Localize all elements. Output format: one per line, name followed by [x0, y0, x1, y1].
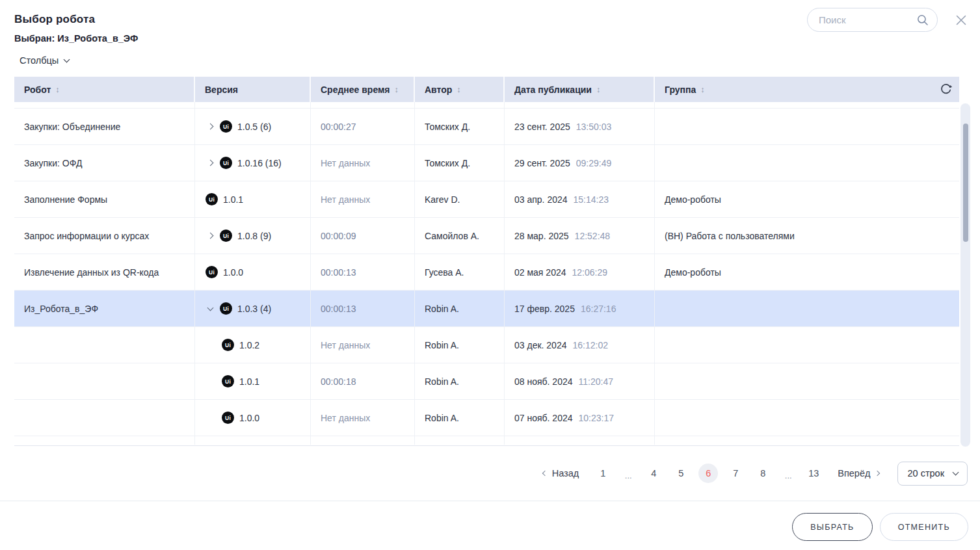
robot-version-icon: Ui — [222, 375, 234, 387]
page-button-4[interactable]: 4 — [644, 464, 663, 483]
avg-time-cell: 00:00:27 — [311, 109, 415, 144]
expand-chevron-icon[interactable] — [205, 124, 215, 129]
group-cell — [655, 291, 959, 326]
table-row[interactable]: Ui 1.0.1 00:00:18 Robin A. 08 нояб. 2024… — [14, 363, 959, 400]
avg-time-value: Нет данных — [321, 413, 370, 423]
page-button-1[interactable]: 1 — [593, 464, 613, 483]
publish-time-value: 09:29:49 — [576, 158, 612, 168]
table-row[interactable]: Из_Робота_в_ЭФ Ui 1.0.3 (4) 00:00:13 Rob… — [14, 291, 959, 327]
group-cell — [655, 145, 959, 181]
pagination: Назад 1...45678...13 Вперёд 20 строк — [543, 462, 968, 485]
avg-time-cell: 00:00:09 — [311, 218, 415, 254]
page-button-8[interactable]: 8 — [753, 464, 773, 483]
robot-name: Извлечение данных из QR-кода — [24, 267, 159, 278]
robot-name-cell: Заполнение Формы — [14, 181, 195, 217]
expand-chevron-icon[interactable] — [205, 233, 215, 238]
publish-time-value: 16:27:16 — [581, 304, 616, 314]
version-value: 1.0.16 (16) — [237, 158, 282, 168]
author-cell: Robin A. — [415, 400, 505, 436]
table-row[interactable]: Запрос информации о курсах Ui 1.0.8 (9) … — [14, 218, 959, 254]
robot-version-icon: Ui — [220, 120, 232, 133]
sort-icon[interactable]: ↕ — [457, 85, 460, 94]
author-value: Robin A. — [425, 413, 459, 423]
version-value: 1.0.5 (6) — [237, 122, 271, 132]
page-button-5[interactable]: 5 — [671, 464, 691, 483]
page-ellipsis: ... — [780, 467, 796, 480]
column-header-avg-time[interactable]: Среднее время↕ — [311, 77, 415, 102]
author-value: Томских Д. — [425, 158, 470, 168]
publish-time-value: 13:50:03 — [576, 122, 612, 132]
column-header-publish-date[interactable]: Дата публикации↕ — [505, 77, 655, 102]
robot-name: Закупки: Объединение — [24, 122, 120, 132]
column-header-author[interactable]: Автор↕ — [415, 77, 505, 102]
avg-time-cell: 00:00:13 — [311, 254, 415, 290]
sort-icon[interactable]: ↕ — [55, 85, 59, 94]
table-scrollbar-thumb[interactable] — [963, 124, 968, 242]
group-value: Демо-роботы — [665, 267, 721, 278]
column-header-group[interactable]: Группа↕ — [655, 77, 959, 102]
group-cell: (ВН) Работа с пользователями — [655, 218, 959, 254]
columns-dropdown-button[interactable]: Столбцы — [20, 55, 69, 66]
robot-version-icon: Ui — [222, 412, 234, 424]
expand-chevron-icon[interactable] — [205, 308, 215, 310]
search-icon[interactable] — [916, 14, 929, 27]
pagination-prev-button[interactable]: Назад — [543, 468, 579, 478]
page-button-6[interactable]: 6 — [698, 464, 718, 483]
sort-icon[interactable]: ↕ — [395, 85, 399, 94]
robot-select-dialog: Выбор робота Выбран: Из_Робота_в_ЭФ Стол… — [0, 0, 980, 550]
refresh-button[interactable] — [939, 83, 953, 96]
robot-version-icon: Ui — [205, 193, 218, 205]
author-value: Karev D. — [425, 194, 460, 205]
version-value: 1.0.2 — [239, 340, 259, 350]
publish-date-value: 17 февр. 2025 — [514, 304, 575, 314]
table-row[interactable]: Закупки: ОФД Ui 1.0.16 (16) Нет данных Т… — [14, 145, 959, 181]
author-cell: Karev D. — [415, 181, 505, 217]
close-dialog-button[interactable] — [952, 11, 970, 29]
page-button-7[interactable]: 7 — [726, 464, 745, 483]
avg-time-cell: Нет данных — [311, 181, 415, 217]
robot-name: Запрос информации о курсах — [24, 231, 149, 241]
cancel-button[interactable]: ОТМЕНИТЬ — [880, 513, 968, 541]
avg-time-value: 00:00:13 — [321, 267, 356, 278]
page-button-13[interactable]: 13 — [804, 464, 823, 483]
robot-name-cell: Закупки: ОФД — [14, 145, 195, 181]
group-value: (ВН) Работа с пользователями — [665, 231, 795, 241]
table-row-partial — [14, 436, 959, 445]
version-value: 1.0.0 — [239, 413, 259, 423]
publish-date-value: 29 сент. 2025 — [514, 158, 570, 168]
author-cell: Самойлов А. — [415, 218, 505, 254]
publish-time-value: 11:20:47 — [579, 376, 613, 387]
page-size-select[interactable]: 20 строк — [897, 462, 968, 486]
table-body: Закупки: Объединение Ui 1.0.5 (6) 00:00:… — [14, 109, 959, 436]
group-cell — [655, 109, 959, 144]
table-row[interactable]: Ui 1.0.2 Нет данных Robin A. 03 дек. 202… — [14, 327, 959, 363]
author-cell: Гусева А. — [415, 254, 505, 290]
author-value: Томских Д. — [425, 122, 470, 132]
sort-icon[interactable]: ↕ — [596, 85, 600, 94]
expand-chevron-icon[interactable] — [205, 161, 215, 165]
robot-name-cell: Из_Робота_в_ЭФ — [14, 291, 195, 326]
search-field[interactable] — [807, 8, 938, 32]
search-input[interactable] — [819, 14, 916, 25]
avg-time-cell: Нет данных — [311, 327, 415, 363]
table-row[interactable]: Извлечение данных из QR-кода Ui 1.0.0 00… — [14, 254, 959, 291]
footer-actions: ВЫБРАТЬ ОТМЕНИТЬ — [792, 513, 968, 541]
version-value: 1.0.3 (4) — [237, 304, 271, 314]
page-size-value: 20 строк — [907, 468, 944, 478]
sort-icon[interactable]: ↕ — [700, 85, 704, 94]
columns-dropdown-label: Столбцы — [20, 55, 59, 66]
avg-time-value: Нет данных — [321, 194, 370, 205]
publish-time-value: 15:14:23 — [574, 194, 609, 205]
group-cell — [655, 400, 959, 436]
select-button[interactable]: ВЫБРАТЬ — [792, 513, 872, 541]
column-header-robot[interactable]: Робот↕ — [14, 77, 195, 102]
author-value: Robin A. — [425, 304, 459, 314]
footer-divider — [0, 501, 980, 501]
table-row[interactable]: Заполнение Формы Ui 1.0.1 Нет данных Kar… — [14, 181, 959, 218]
selected-robot-label: Выбран: Из_Робота_в_ЭФ — [14, 33, 138, 44]
author-cell: Robin A. — [415, 363, 505, 399]
table-row[interactable]: Ui 1.0.0 Нет данных Robin A. 07 нояб. 20… — [14, 400, 959, 436]
pagination-next-button[interactable]: Вперёд — [838, 468, 879, 478]
table-row[interactable]: Закупки: Объединение Ui 1.0.5 (6) 00:00:… — [14, 109, 959, 145]
robot-name-cell: Закупки: Объединение — [14, 109, 195, 144]
